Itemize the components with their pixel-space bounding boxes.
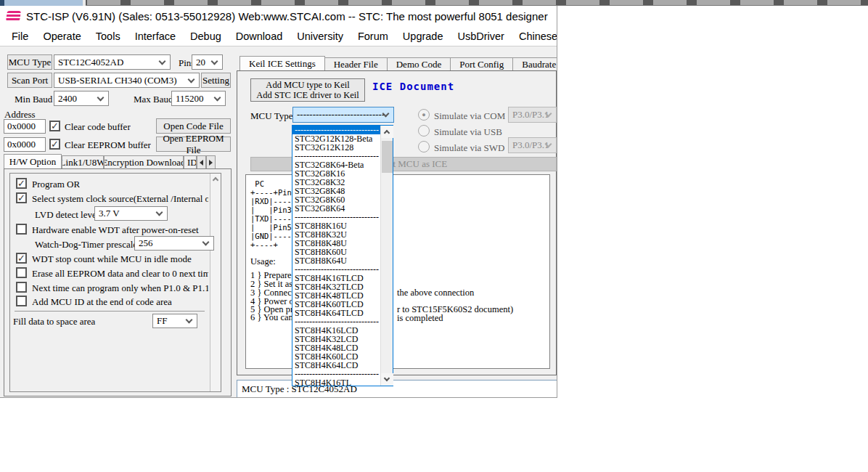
simulate-usb-radio[interactable] (418, 125, 430, 137)
eeprom-address-input[interactable] (4, 137, 46, 152)
setting-button[interactable]: Setting (201, 73, 231, 88)
usage-fragment: is completed (397, 313, 443, 324)
usage-heading: Usage: (250, 256, 276, 267)
next-time-p10-checkbox[interactable] (16, 282, 27, 293)
menu-item-university[interactable]: University (290, 30, 351, 42)
clear-eeprom-label: Clear EEPROM buffer (65, 139, 151, 151)
erase-eeprom-label: Erase all EEPROM data and clear to 0 nex… (32, 268, 208, 280)
max-baud-label: Max Baud (134, 94, 173, 105)
tab-link1-u8w[interactable]: Link1/U8W (62, 155, 104, 169)
scroll-right-icon (209, 160, 213, 166)
clock-source-checkbox[interactable]: ✓ (16, 192, 27, 203)
menu-item-operate[interactable]: Operate (36, 30, 88, 42)
menu-item-debug[interactable]: Debug (183, 30, 229, 42)
menu-item-tools[interactable]: Tools (89, 30, 128, 42)
ice-usage-textbox: PC RS+----+Pin2 +|RXD|------|| |Pin3 ||T… (245, 174, 550, 369)
wdt-prescaler-label: Watch-Dog-Timer prescaler (35, 239, 140, 251)
erase-eeprom-checkbox[interactable] (16, 267, 27, 278)
mcu-dropdown-list: -----------------------------STC32G12K12… (292, 125, 393, 386)
hardware-wdt-checkbox[interactable] (16, 224, 27, 235)
usage-line: 6 } You can (250, 312, 293, 323)
wdt-prescaler-select[interactable]: 256 (134, 236, 214, 251)
tab-demo-code[interactable]: Demo Code (388, 57, 451, 71)
hw-option-scrollbar[interactable] (210, 174, 221, 391)
wdt-idle-checkbox[interactable]: ✓ (16, 253, 27, 264)
menu-item-usbdriver[interactable]: UsbDriver (450, 30, 511, 42)
ice-mcu-type-select[interactable]: ---------------------------- (292, 107, 394, 123)
ice-mcu-type-label: MCU Type (250, 110, 292, 122)
tab-hw-option[interactable]: H/W Option (4, 154, 62, 169)
stc-logo-icon (6, 11, 21, 21)
wdt-idle-label: WDT stop count while MCU in idle mode (32, 253, 192, 265)
background-window-edge (0, 0, 868, 6)
min-baud-label: Min Baud (15, 94, 52, 105)
com-port-select[interactable]: USB-SERIAL CH340 (COM3) (54, 73, 200, 88)
simulate-usb-label: Simulate via USB (434, 126, 502, 138)
dropdown-item[interactable]: STC8H4K16TL (292, 378, 381, 386)
tab-encryption-download[interactable]: Encryption Download (104, 155, 184, 169)
menu-item-upgrade[interactable]: Upgrade (396, 30, 451, 42)
status-panel: MCU Type : STC12C4052AD (237, 380, 557, 398)
program-or-label: Program OR (32, 179, 80, 190)
add-mcu-to-keil-button[interactable]: Add MCU type to Keil Add STC ICE driver … (250, 78, 365, 102)
mcu-type-select[interactable]: STC12C4052AD (54, 54, 171, 70)
desktop: STC-ISP (V6.91N) (Sales: 0513-55012928) … (0, 0, 868, 472)
ice-document-link[interactable]: ICE Document (372, 81, 454, 92)
menu-item-forum[interactable]: Forum (351, 30, 396, 42)
lvd-detect-label: LVD detect level (35, 209, 99, 221)
clock-source-label: Select system clock source(External /Int… (32, 193, 208, 205)
menu-item-chinese[interactable]: Chinese (512, 30, 557, 42)
lvd-detect-select[interactable]: 3.7 V (94, 206, 168, 221)
background-window-segment (0, 0, 86, 6)
diagram-line: +----+ (250, 240, 278, 249)
titlebar: STC-ISP (V6.91N) (Sales: 0513-55012928) … (0, 6, 557, 26)
scroll-left-icon (200, 160, 203, 166)
tab-id[interactable]: ID (184, 155, 197, 169)
right-tab-bar: Keil ICE SettingsHeader FileDemo CodePor… (239, 56, 557, 71)
clear-code-checkbox[interactable]: ✓ (49, 121, 60, 131)
simulate-swd-label: Simulate via SWD (434, 142, 505, 154)
scrollbar-thumb[interactable] (382, 141, 393, 173)
tab-port-config[interactable]: Port Config (451, 57, 513, 71)
simulate-swd-radio[interactable] (418, 141, 430, 152)
add-mcu-id-checkbox[interactable] (16, 296, 27, 306)
hardware-wdt-label: Hardware enable WDT after power-on-reset (32, 224, 199, 236)
menu-item-download[interactable]: Download (229, 30, 290, 42)
tab-scroll-right-button[interactable] (206, 155, 216, 169)
clear-eeprom-checkbox[interactable]: ✓ (49, 139, 60, 150)
dropdown-scrollbar[interactable] (380, 126, 393, 386)
tab-scroll-left-button[interactable] (197, 155, 206, 169)
scroll-up-icon (213, 177, 218, 183)
dropdown-items: -----------------------------STC32G12K12… (292, 126, 381, 386)
divider (15, 311, 205, 312)
fill-data-label: Fill data to space area (13, 316, 95, 327)
menu-item-file[interactable]: File (4, 30, 36, 42)
open-eeprom-file-button[interactable]: Open EEPROM File (156, 137, 231, 152)
code-address-input[interactable] (4, 119, 46, 134)
min-baud-select[interactable]: 2400 (54, 91, 109, 106)
scroll-up-button[interactable] (381, 126, 393, 138)
pins-select[interactable]: 20 (192, 54, 223, 70)
tab-header-file[interactable]: Header File (325, 57, 388, 71)
open-code-file-button[interactable]: Open Code File (156, 118, 231, 134)
next-time-p10-label: Next time can program only when P1.0 & P… (32, 282, 208, 294)
clear-code-label: Clear code buffer (65, 121, 131, 133)
com-pins-select: P3.0/P3.1 (508, 107, 557, 123)
menu-item-interface[interactable]: Interface (128, 30, 183, 42)
mcu-type-button[interactable]: MCU Type (7, 54, 52, 70)
scroll-down-icon (384, 375, 390, 381)
stc-isp-window: STC-ISP (V6.91N) (Sales: 0513-55012928) … (0, 6, 557, 398)
scroll-up-icon (384, 130, 390, 136)
tab-baudrate-tool[interactable]: Baudrate Tool (513, 57, 557, 71)
usage-fragment: the above connection (397, 288, 474, 298)
scan-port-button[interactable]: Scan Port (7, 73, 52, 88)
add-mcu-id-label: Add MCU ID at the end of code area (32, 296, 172, 308)
fill-data-select[interactable]: FF (152, 314, 197, 328)
program-or-checkbox[interactable]: ✓ (16, 178, 27, 189)
simulate-com-label: Simulate via COM (434, 110, 505, 122)
max-baud-select[interactable]: 115200 (171, 91, 226, 106)
menu-bar: FileOperateToolsInterfaceDebugDownloadUn… (0, 26, 557, 46)
tab-keil-ice-settings[interactable]: Keil ICE Settings (239, 56, 325, 71)
simulate-com-radio[interactable]: ● (418, 109, 430, 121)
scroll-down-button[interactable] (381, 373, 393, 386)
